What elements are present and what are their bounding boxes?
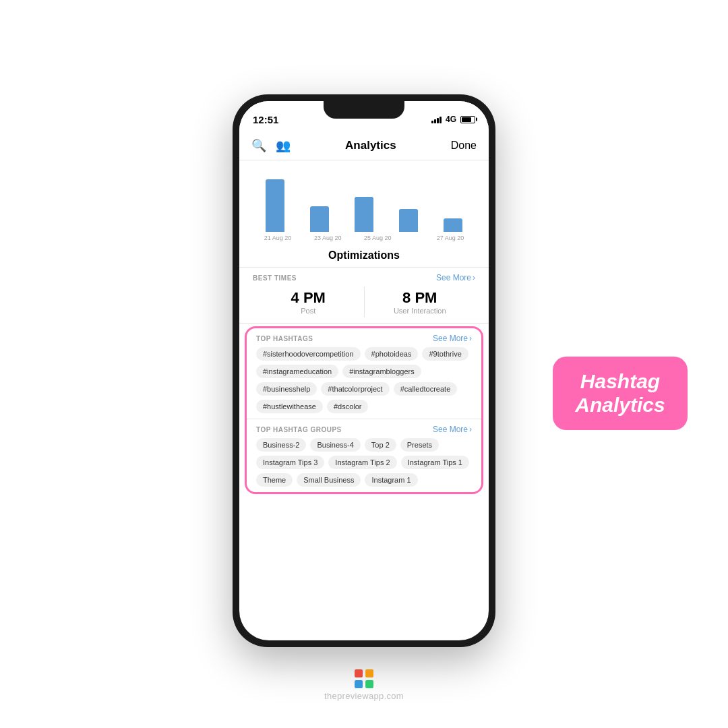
signal-icon [431, 115, 442, 123]
chart-labels: 21 Aug 20 23 Aug 20 25 Aug 20 27 Aug 20 [253, 232, 475, 241]
top-hashtags-see-more[interactable]: See More › [433, 334, 472, 343]
group-tag-7[interactable]: Instagram Tips 1 [401, 456, 469, 469]
optimizations-title: Optimizations [328, 249, 400, 261]
svg-rect-0 [355, 669, 363, 677]
post-time-label: Post [253, 307, 364, 315]
interaction-time-value: 8 PM [365, 289, 476, 307]
chart-area: 21 Aug 20 23 Aug 20 25 Aug 20 27 Aug 20 [239, 160, 489, 241]
chart-bar-group-3 [355, 197, 373, 232]
battery-icon [460, 116, 475, 123]
bar-2 [310, 206, 329, 232]
status-bar: 12:51 4G [239, 101, 489, 131]
interaction-time-block: 8 PM User Interaction [364, 286, 476, 317]
bar-5 [444, 218, 462, 232]
best-times-section: BEST TIMES See More › 4 PM Post 8 PM Use… [239, 268, 489, 324]
svg-rect-2 [355, 680, 363, 688]
search-icon[interactable]: 🔍 [251, 138, 266, 153]
top-groups-section: TOP HASHTAG GROUPS See More › Business-2… [247, 419, 481, 492]
chart-label-3: 25 Aug 20 [364, 235, 392, 241]
group-tags: Business-2 Business-4 Top 2 Presets Inst… [256, 438, 472, 487]
group-tag-2[interactable]: Business-4 [310, 438, 360, 452]
hashtag-tag-6[interactable]: #businesshelp [256, 382, 317, 396]
top-groups-label: TOP HASHTAG GROUPS [256, 426, 342, 433]
bar-1 [266, 179, 284, 232]
footer-url: thepreviewapp.com [324, 691, 404, 701]
group-tag-10[interactable]: Instagram 1 [365, 473, 417, 487]
post-time-value: 4 PM [253, 289, 364, 307]
optimizations-header: Optimizations [239, 241, 489, 268]
hashtag-tag-7[interactable]: #thatcolorproject [321, 382, 389, 396]
hashtag-tag-3[interactable]: #9tothrive [422, 347, 468, 361]
bar-4 [399, 209, 418, 232]
phone-screen: 12:51 4G 🔍 [239, 101, 489, 640]
hashtag-tag-5[interactable]: #instagrambloggers [342, 365, 421, 378]
chart-label-1: 21 Aug 20 [264, 235, 292, 241]
group-tag-4[interactable]: Presets [400, 438, 439, 452]
group-tag-9[interactable]: Small Business [297, 473, 361, 487]
page-wrapper: 12:51 4G 🔍 [0, 0, 728, 728]
network-label: 4G [446, 115, 456, 124]
group-tag-5[interactable]: Instagram Tips 3 [256, 456, 324, 469]
best-times-label: BEST TIMES [253, 274, 297, 282]
hashtag-badge: Hashtag Analytics [553, 357, 688, 430]
chart-bar-group-1 [266, 179, 284, 232]
chart-bars [253, 178, 475, 232]
best-times-see-more[interactable]: See More › [436, 273, 475, 282]
hashtag-tag-8[interactable]: #calledtocreate [394, 382, 458, 396]
hashtag-tags: #sisterhoodovercompetition #photoideas #… [256, 347, 472, 413]
hashtag-tag-10[interactable]: #dscolor [327, 400, 369, 413]
interaction-time-label: User Interaction [365, 307, 476, 315]
status-icons: 4G [431, 115, 475, 124]
chart-label-2: 23 Aug 20 [314, 235, 342, 241]
nav-title: Analytics [291, 139, 451, 152]
status-time: 12:51 [253, 114, 278, 125]
hashtag-highlight: TOP HASHTAGS See More › #sisterhoodoverc… [245, 326, 483, 494]
top-hashtags-section: TOP HASHTAGS See More › #sisterhoodoverc… [247, 328, 481, 419]
nav-left: 🔍 👥 [251, 138, 291, 153]
chart-label-5: 27 Aug 20 [437, 235, 464, 241]
group-tag-3[interactable]: Top 2 [365, 438, 396, 452]
group-tag-8[interactable]: Theme [256, 473, 293, 487]
times-row: 4 PM Post 8 PM User Interaction [253, 286, 475, 317]
bar-3 [355, 197, 373, 232]
svg-rect-1 [365, 669, 373, 677]
top-hashtags-label: TOP HASHTAGS [256, 335, 313, 342]
hashtag-tag-2[interactable]: #photoideas [365, 347, 419, 361]
group-tag-1[interactable]: Business-2 [256, 438, 306, 452]
footer: thepreviewapp.com [324, 669, 404, 701]
svg-rect-3 [365, 680, 373, 688]
hashtag-tag-9[interactable]: #hustlewithease [256, 400, 323, 413]
hashtag-badge-text: Hashtag Analytics [569, 370, 671, 417]
hashtag-tag-4[interactable]: #instagrameducation [256, 365, 338, 378]
people-icon[interactable]: 👥 [276, 138, 291, 153]
top-groups-row: TOP HASHTAG GROUPS See More › [256, 425, 472, 434]
group-tag-6[interactable]: Instagram Tips 2 [328, 456, 396, 469]
post-time-block: 4 PM Post [253, 286, 364, 317]
footer-logo-icon [355, 669, 373, 688]
notch [324, 101, 404, 119]
top-groups-see-more[interactable]: See More › [433, 425, 472, 434]
chart-bar-group-5 [444, 218, 462, 232]
chart-bar-group-2 [310, 206, 329, 232]
top-hashtags-row: TOP HASHTAGS See More › [256, 334, 472, 343]
hashtag-tag-1[interactable]: #sisterhoodovercompetition [256, 347, 361, 361]
best-times-row: BEST TIMES See More › [253, 273, 475, 282]
chart-bar-group-4 [399, 209, 418, 232]
done-button[interactable]: Done [451, 140, 477, 152]
nav-bar: 🔍 👥 Analytics Done [239, 131, 489, 160]
phone-shell: 12:51 4G 🔍 [233, 94, 495, 647]
